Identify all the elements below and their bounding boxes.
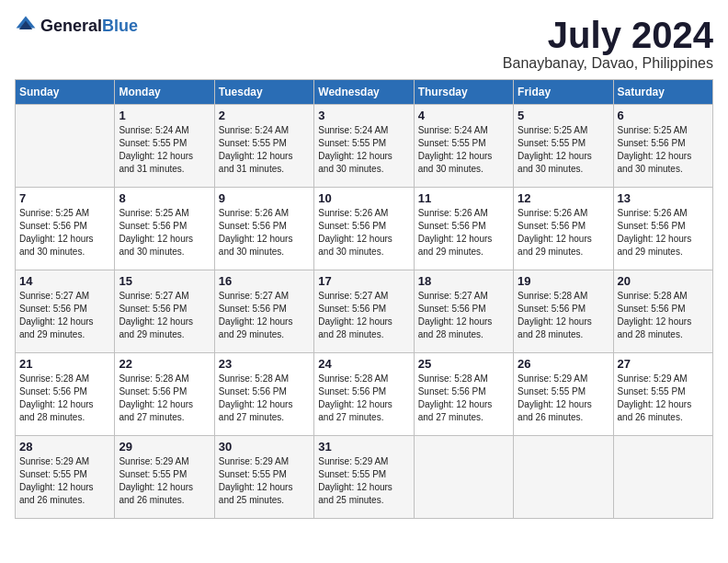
logo-text-general: General: [40, 17, 102, 34]
calendar-body: 1Sunrise: 5:24 AM Sunset: 5:55 PM Daylig…: [16, 105, 713, 519]
day-cell: 7Sunrise: 5:25 AM Sunset: 5:56 PM Daylig…: [16, 188, 115, 270]
day-info: Sunrise: 5:26 AM Sunset: 5:56 PM Dayligh…: [318, 207, 409, 259]
day-number: 23: [219, 357, 310, 371]
day-cell: 23Sunrise: 5:28 AM Sunset: 5:56 PM Dayli…: [214, 353, 313, 436]
day-cell: 12Sunrise: 5:26 AM Sunset: 5:56 PM Dayli…: [514, 188, 613, 270]
day-number: 15: [119, 274, 210, 288]
day-number: 10: [318, 191, 409, 205]
day-info: Sunrise: 5:24 AM Sunset: 5:55 PM Dayligh…: [219, 124, 310, 176]
day-number: 5: [518, 109, 609, 122]
day-number: 22: [119, 357, 210, 371]
day-cell: 10Sunrise: 5:26 AM Sunset: 5:56 PM Dayli…: [314, 188, 414, 270]
day-number: 28: [19, 440, 110, 454]
day-number: 8: [119, 191, 210, 205]
day-cell: 29Sunrise: 5:29 AM Sunset: 5:55 PM Dayli…: [115, 436, 214, 519]
day-number: 21: [19, 357, 110, 371]
location-subtitle: Banaybanay, Davao, Philippines: [503, 55, 713, 72]
day-info: Sunrise: 5:28 AM Sunset: 5:56 PM Dayligh…: [418, 373, 509, 424]
day-number: 9: [219, 191, 310, 205]
day-number: 2: [219, 109, 310, 122]
header-cell-saturday: Saturday: [613, 80, 712, 105]
day-number: 1: [119, 109, 210, 122]
day-info: Sunrise: 5:25 AM Sunset: 5:56 PM Dayligh…: [618, 124, 709, 176]
calendar-header: SundayMondayTuesdayWednesdayThursdayFrid…: [16, 80, 713, 105]
title-block: July 2024 Banaybanay, Davao, Philippines: [503, 15, 713, 72]
day-info: Sunrise: 5:28 AM Sunset: 5:56 PM Dayligh…: [119, 373, 210, 424]
day-info: Sunrise: 5:24 AM Sunset: 5:55 PM Dayligh…: [418, 124, 509, 176]
day-number: 29: [119, 440, 210, 454]
logo: General Blue: [15, 15, 138, 37]
day-cell: 11Sunrise: 5:26 AM Sunset: 5:56 PM Dayli…: [414, 188, 513, 270]
week-row-2: 7Sunrise: 5:25 AM Sunset: 5:56 PM Daylig…: [16, 188, 713, 270]
day-info: Sunrise: 5:25 AM Sunset: 5:56 PM Dayligh…: [19, 207, 110, 259]
day-number: 4: [418, 109, 509, 122]
day-info: Sunrise: 5:29 AM Sunset: 5:55 PM Dayligh…: [119, 455, 210, 507]
day-info: Sunrise: 5:29 AM Sunset: 5:55 PM Dayligh…: [219, 455, 310, 507]
day-cell: 1Sunrise: 5:24 AM Sunset: 5:55 PM Daylig…: [115, 105, 214, 188]
day-info: Sunrise: 5:26 AM Sunset: 5:56 PM Dayligh…: [518, 207, 609, 259]
day-number: 24: [318, 357, 409, 371]
day-cell: 26Sunrise: 5:29 AM Sunset: 5:55 PM Dayli…: [514, 353, 613, 436]
day-number: 20: [618, 274, 709, 288]
day-cell: 24Sunrise: 5:28 AM Sunset: 5:56 PM Dayli…: [314, 353, 414, 436]
day-info: Sunrise: 5:27 AM Sunset: 5:56 PM Dayligh…: [119, 290, 210, 341]
header-cell-friday: Friday: [514, 80, 613, 105]
day-cell: 21Sunrise: 5:28 AM Sunset: 5:56 PM Dayli…: [16, 353, 115, 436]
week-row-1: 1Sunrise: 5:24 AM Sunset: 5:55 PM Daylig…: [16, 105, 713, 188]
day-number: 26: [518, 357, 609, 371]
header-cell-tuesday: Tuesday: [214, 80, 313, 105]
day-cell: 22Sunrise: 5:28 AM Sunset: 5:56 PM Dayli…: [115, 353, 214, 436]
day-cell: [514, 436, 613, 519]
logo-icon: [15, 15, 37, 37]
day-number: 25: [418, 357, 509, 371]
day-info: Sunrise: 5:26 AM Sunset: 5:56 PM Dayligh…: [418, 207, 509, 259]
day-info: Sunrise: 5:28 AM Sunset: 5:56 PM Dayligh…: [318, 373, 409, 424]
day-info: Sunrise: 5:29 AM Sunset: 5:55 PM Dayligh…: [318, 455, 409, 507]
calendar-table: SundayMondayTuesdayWednesdayThursdayFrid…: [15, 79, 713, 519]
day-cell: 15Sunrise: 5:27 AM Sunset: 5:56 PM Dayli…: [115, 270, 214, 353]
day-cell: 8Sunrise: 5:25 AM Sunset: 5:56 PM Daylig…: [115, 188, 214, 270]
logo-text-blue: Blue: [102, 17, 138, 34]
day-cell: [414, 436, 513, 519]
day-cell: 19Sunrise: 5:28 AM Sunset: 5:56 PM Dayli…: [514, 270, 613, 353]
day-number: 13: [618, 191, 709, 205]
page-header: General Blue July 2024 Banaybanay, Davao…: [15, 15, 713, 72]
day-number: 16: [219, 274, 310, 288]
day-number: 30: [219, 440, 310, 454]
day-info: Sunrise: 5:29 AM Sunset: 5:55 PM Dayligh…: [618, 373, 709, 424]
day-info: Sunrise: 5:24 AM Sunset: 5:55 PM Dayligh…: [318, 124, 409, 176]
month-title: July 2024: [503, 15, 713, 55]
day-cell: 16Sunrise: 5:27 AM Sunset: 5:56 PM Dayli…: [214, 270, 313, 353]
day-info: Sunrise: 5:27 AM Sunset: 5:56 PM Dayligh…: [19, 290, 110, 341]
day-number: 27: [618, 357, 709, 371]
day-number: 6: [618, 109, 709, 122]
day-cell: 9Sunrise: 5:26 AM Sunset: 5:56 PM Daylig…: [214, 188, 313, 270]
header-cell-monday: Monday: [115, 80, 214, 105]
day-info: Sunrise: 5:25 AM Sunset: 5:55 PM Dayligh…: [518, 124, 609, 176]
day-number: 17: [318, 274, 409, 288]
day-cell: 28Sunrise: 5:29 AM Sunset: 5:55 PM Dayli…: [16, 436, 115, 519]
week-row-3: 14Sunrise: 5:27 AM Sunset: 5:56 PM Dayli…: [16, 270, 713, 353]
day-cell: [613, 436, 712, 519]
day-number: 14: [19, 274, 110, 288]
day-cell: 20Sunrise: 5:28 AM Sunset: 5:56 PM Dayli…: [613, 270, 712, 353]
day-cell: [16, 105, 115, 188]
day-number: 3: [318, 109, 409, 122]
day-cell: 25Sunrise: 5:28 AM Sunset: 5:56 PM Dayli…: [414, 353, 513, 436]
day-info: Sunrise: 5:27 AM Sunset: 5:56 PM Dayligh…: [318, 290, 409, 341]
day-info: Sunrise: 5:27 AM Sunset: 5:56 PM Dayligh…: [418, 290, 509, 341]
week-row-5: 28Sunrise: 5:29 AM Sunset: 5:55 PM Dayli…: [16, 436, 713, 519]
day-info: Sunrise: 5:27 AM Sunset: 5:56 PM Dayligh…: [219, 290, 310, 341]
day-cell: 2Sunrise: 5:24 AM Sunset: 5:55 PM Daylig…: [214, 105, 313, 188]
day-info: Sunrise: 5:28 AM Sunset: 5:56 PM Dayligh…: [518, 290, 609, 341]
day-cell: 27Sunrise: 5:29 AM Sunset: 5:55 PM Dayli…: [613, 353, 712, 436]
day-info: Sunrise: 5:24 AM Sunset: 5:55 PM Dayligh…: [119, 124, 210, 176]
day-number: 12: [518, 191, 609, 205]
day-info: Sunrise: 5:28 AM Sunset: 5:56 PM Dayligh…: [618, 290, 709, 341]
day-info: Sunrise: 5:28 AM Sunset: 5:56 PM Dayligh…: [219, 373, 310, 424]
day-info: Sunrise: 5:29 AM Sunset: 5:55 PM Dayligh…: [518, 373, 609, 424]
day-number: 11: [418, 191, 509, 205]
day-info: Sunrise: 5:25 AM Sunset: 5:56 PM Dayligh…: [119, 207, 210, 259]
day-cell: 3Sunrise: 5:24 AM Sunset: 5:55 PM Daylig…: [314, 105, 414, 188]
day-cell: 31Sunrise: 5:29 AM Sunset: 5:55 PM Dayli…: [314, 436, 414, 519]
